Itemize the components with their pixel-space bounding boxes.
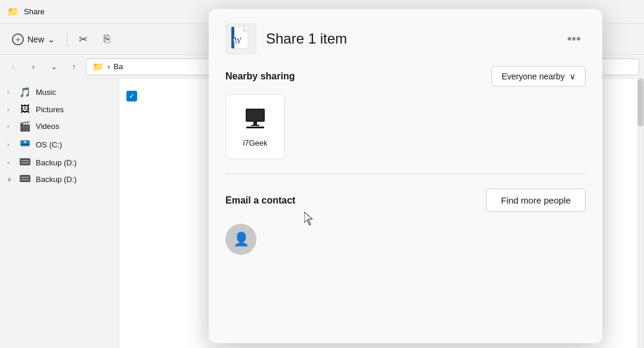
sidebar-item-pictures[interactable]: › 🖼 Pictures (2, 101, 116, 118)
sidebar-item-label: Music (36, 88, 56, 97)
new-button[interactable]: + New ⌄ (5, 30, 62, 49)
address-folder-icon: 📁 (92, 61, 104, 72)
forward-button[interactable]: › (25, 58, 42, 75)
more-options-icon[interactable]: ••• (562, 29, 586, 49)
svg-text:W: W (233, 36, 240, 45)
svg-rect-6 (20, 175, 30, 182)
svg-rect-20 (251, 125, 259, 126)
folder-icon: 📁 (7, 6, 19, 17)
file-checkbox[interactable]: ✓ (126, 91, 137, 101)
svg-rect-5 (21, 162, 29, 164)
address-sep: › (107, 62, 110, 71)
email-section-label: Email a contact (225, 195, 295, 206)
contact-avatar[interactable]: 👤 (225, 224, 256, 255)
device-name-i7geek: i7Geek (243, 138, 267, 147)
svg-rect-4 (21, 160, 29, 161)
music-icon: 🎵 (19, 87, 31, 98)
dialog-header: W W Share 1 item ••• (209, 9, 602, 66)
nearby-sharing-section: Nearby sharing Everyone nearby ∨ (225, 66, 586, 159)
chevron-icon: › (7, 159, 14, 166)
sidebar-item-label: Pictures (36, 105, 64, 114)
nearby-sharing-label: Nearby sharing (225, 71, 295, 82)
chevron-icon: ∨ (7, 176, 14, 183)
sidebar-item-label: Backup (D:) (36, 175, 77, 184)
chevron-icon: › (7, 123, 14, 130)
device-card-i7geek[interactable]: i7Geek (225, 94, 285, 159)
svg-rect-7 (21, 177, 29, 178)
dialog-title: Share 1 item (266, 30, 347, 47)
sidebar-item-videos[interactable]: › 🎬 Videos (2, 118, 116, 135)
chevron-icon: › (7, 141, 14, 148)
recent-button[interactable]: ⌄ (45, 58, 62, 75)
up-button[interactable]: ↑ (66, 58, 82, 75)
computer-icon (243, 106, 267, 134)
new-button-label: New (27, 35, 44, 44)
sidebar-item-backup-d-1[interactable]: › Backup (D:) (2, 154, 116, 171)
everyone-nearby-label: Everyone nearby (501, 72, 565, 81)
sidebar-item-music[interactable]: › 🎵 Music (2, 84, 116, 101)
scrollbar-thumb[interactable] (637, 79, 643, 127)
window-title: Share (24, 7, 45, 16)
new-dropdown-arrow: ⌄ (48, 35, 55, 44)
scrollbar-track (637, 79, 643, 348)
toolbar-separator (67, 32, 67, 47)
dropdown-arrow-icon: ∨ (569, 72, 575, 81)
videos-icon: 🎬 (19, 121, 31, 132)
svg-rect-1 (21, 144, 29, 145)
sidebar-item-label: Backup (D:) (36, 158, 77, 167)
svg-rect-3 (20, 158, 30, 165)
sidebar-item-os-c[interactable]: › OS (C:) (2, 135, 116, 154)
sidebar-item-label: Videos (36, 122, 60, 131)
svg-rect-19 (253, 122, 257, 125)
email-section: Email a contact Find more people (225, 189, 586, 212)
nearby-devices-list: i7Geek (225, 94, 586, 159)
svg-rect-8 (21, 179, 29, 180)
nearby-sharing-header: Nearby sharing Everyone nearby ∨ (225, 66, 586, 87)
section-divider (225, 174, 586, 174)
everyone-nearby-dropdown[interactable]: Everyone nearby ∨ (491, 66, 586, 87)
drive-d1-icon (19, 157, 31, 168)
plus-circle-icon: + (12, 33, 24, 45)
avatar-icon: 👤 (233, 232, 249, 247)
contact-area: 👤 (225, 224, 586, 255)
chevron-icon: › (7, 106, 14, 113)
sidebar-item-label: OS (C:) (36, 140, 62, 149)
svg-rect-21 (246, 127, 264, 128)
drive-d2-icon (19, 174, 31, 184)
cut-button[interactable]: ✂ (72, 29, 94, 50)
back-button[interactable]: ‹ (5, 58, 21, 75)
drive-c-icon (19, 138, 31, 151)
cut-icon: ✂ (79, 33, 88, 46)
sidebar: › 🎵 Music › 🖼 Pictures › 🎬 Videos › (0, 79, 119, 348)
svg-point-2 (24, 141, 26, 143)
dialog-body: Nearby sharing Everyone nearby ∨ (209, 66, 602, 343)
copy-button[interactable]: ⎘ (96, 29, 117, 50)
word-file-icon: W W (225, 23, 256, 54)
pictures-icon: 🖼 (19, 104, 31, 115)
chevron-icon: › (7, 89, 14, 96)
copy-icon: ⎘ (104, 33, 110, 45)
sidebar-item-backup-d-2[interactable]: ∨ Backup (D:) (2, 171, 116, 187)
share-dialog: W W Share 1 item ••• Nearby sharing Ever… (209, 9, 602, 343)
svg-rect-18 (247, 110, 264, 121)
find-more-people-button[interactable]: Find more people (486, 189, 586, 212)
address-path: Ba (113, 62, 123, 71)
